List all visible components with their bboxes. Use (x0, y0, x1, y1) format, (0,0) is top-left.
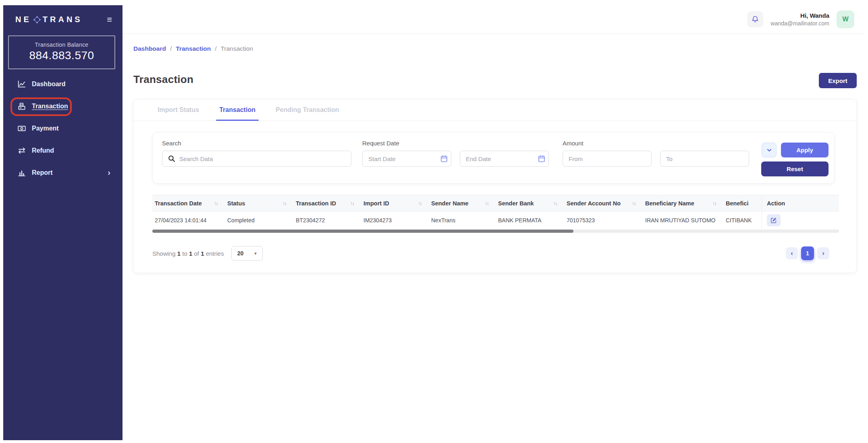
next-page-button[interactable]: › (817, 247, 829, 259)
col-action: Action (762, 195, 839, 211)
sidebar-item-dashboard[interactable]: Dashboard (3, 73, 123, 95)
breadcrumb-separator: / (215, 45, 216, 52)
end-date-input[interactable] (460, 151, 549, 167)
sidebar-menu: Dashboard Transaction Payment Refund (3, 73, 123, 184)
tab-transaction[interactable]: Transaction (211, 99, 264, 120)
caret-down-icon: ▾ (254, 251, 257, 256)
amount-from-input[interactable] (563, 151, 652, 167)
table-row: 27/04/2023 14:01:44 Completed BT2304272 … (152, 211, 839, 229)
col-transaction-id: Transaction ID↑↓ (293, 195, 361, 211)
sidebar-item-transaction[interactable]: Transaction (3, 95, 123, 117)
balance-label: Transaction Balance (9, 41, 114, 48)
banknote-icon (17, 124, 26, 133)
edit-row-button[interactable] (767, 214, 781, 226)
start-date-input[interactable] (362, 151, 451, 167)
search-icon (168, 155, 176, 163)
chevron-right-icon: › (108, 168, 110, 177)
col-import-id: Import ID↑↓ (361, 195, 429, 211)
page-size-select[interactable]: 20 ▾ (231, 246, 263, 261)
hamburger-menu-icon[interactable]: ≡ (107, 15, 112, 24)
tab-pending-transaction[interactable]: Pending Transaction (268, 99, 347, 120)
sort-icon[interactable]: ↑↓ (282, 200, 291, 206)
sidebar: NE TRANS ≡ Transaction Balance 884.883.5… (3, 5, 123, 440)
entries-summary: Showing 1 to 1 of 1 entries (152, 250, 224, 257)
sidebar-item-report[interactable]: Report › (3, 161, 123, 184)
user-greeting: Hi, Wanda (770, 12, 829, 20)
sidebar-item-payment[interactable]: Payment (3, 117, 123, 139)
sidebar-item-label: Refund (32, 147, 54, 154)
table-footer: Showing 1 to 1 of 1 entries 20 ▾ ‹ 1 › (152, 244, 839, 262)
breadcrumb: Dashboard / Transaction / Transaction (133, 45, 253, 52)
sort-icon[interactable]: ↑↓ (350, 200, 359, 206)
cell-status: Completed (225, 211, 293, 229)
cell-transaction-date: 27/04/2023 14:01:44 (152, 211, 225, 229)
cell-beneficiary-name: IRAN MRUTIYAD SUTOMO (643, 211, 723, 229)
search-input[interactable] (162, 151, 351, 167)
col-sender-bank: Sender Bank↑↓ (496, 195, 564, 211)
cell-transaction-id: BT2304272 (293, 211, 361, 229)
cell-sender-account-no: 701075323 (564, 211, 643, 229)
reset-button[interactable]: Reset (761, 161, 829, 176)
logo-text-suffix: TRANS (43, 15, 83, 24)
col-status: Status↑↓ (225, 195, 293, 211)
amount-to-input[interactable] (660, 151, 749, 167)
balance-value: 884.883.570 (9, 49, 114, 62)
col-sender-account-no: Sender Account No↑↓ (564, 195, 643, 211)
cell-import-id: IM2304273 (361, 211, 429, 229)
breadcrumb-separator: / (170, 45, 172, 52)
bell-icon (751, 15, 759, 23)
apply-button[interactable]: Apply (781, 143, 829, 157)
filter-panel: Search Request Date Amount (152, 132, 835, 184)
topbar: Hi, Wanda wanda@mailinator.com W (123, 5, 865, 33)
expand-filters-button[interactable] (762, 143, 777, 157)
chevron-down-icon (766, 147, 772, 153)
transaction-card: Import Status Transaction Pending Transa… (133, 99, 857, 273)
swap-arrows-icon (17, 146, 26, 155)
sidebar-item-refund[interactable]: Refund (3, 139, 123, 161)
chart-line-icon (17, 80, 26, 89)
export-button[interactable]: Export (819, 73, 857, 88)
page-size-value: 20 (237, 250, 244, 257)
logo-star-icon (33, 15, 42, 24)
cell-sender-bank: BANK PERMATA (496, 211, 564, 229)
avatar[interactable]: W (837, 10, 854, 28)
sort-icon[interactable]: ↑↓ (553, 200, 562, 206)
app-root: NE TRANS ≡ Transaction Balance 884.883.5… (0, 0, 868, 443)
col-beneficiary-bank-truncated: Benefici (723, 195, 762, 211)
bar-chart-icon (17, 168, 26, 177)
page-title: Transaction (133, 73, 193, 86)
col-transaction-date: Transaction Date↑↓ (152, 195, 225, 211)
sort-icon[interactable]: ↑↓ (632, 200, 640, 206)
table-header-row: Transaction Date↑↓ Status↑↓ Transaction … (152, 195, 839, 211)
cash-register-icon (17, 102, 26, 111)
sort-icon[interactable]: ↑↓ (418, 200, 426, 206)
sort-icon[interactable]: ↑↓ (214, 200, 222, 206)
sort-icon[interactable]: ↑↓ (485, 200, 493, 206)
sort-icon[interactable]: ↑↓ (712, 200, 721, 206)
pagination: ‹ 1 › (786, 246, 829, 260)
breadcrumb-dashboard[interactable]: Dashboard (133, 45, 166, 52)
search-label: Search (162, 140, 181, 147)
tab-import-status[interactable]: Import Status (150, 99, 207, 120)
horizontal-scrollbar[interactable] (152, 230, 839, 233)
sidebar-item-label: Payment (32, 125, 59, 132)
amount-label: Amount (563, 140, 584, 147)
sidebar-item-label: Dashboard (32, 81, 66, 88)
notifications-button[interactable] (747, 11, 763, 27)
transaction-balance-card: Transaction Balance 884.883.570 (8, 35, 115, 69)
col-sender-name: Sender Name↑↓ (429, 195, 496, 211)
search-field-wrap (162, 151, 351, 167)
user-info[interactable]: Hi, Wanda wanda@mailinator.com (770, 12, 829, 27)
page-1-button[interactable]: 1 (801, 246, 814, 260)
request-date-label: Request Date (362, 140, 399, 147)
logo-text-prefix: NE (15, 15, 31, 24)
prev-page-button[interactable]: ‹ (786, 247, 798, 259)
cell-sender-name: NexTrans (429, 211, 496, 229)
breadcrumb-transaction[interactable]: Transaction (176, 45, 211, 52)
breadcrumb-current: Transaction (221, 45, 253, 52)
scrollbar-thumb[interactable] (152, 230, 573, 233)
transaction-table: Transaction Date↑↓ Status↑↓ Transaction … (152, 195, 839, 233)
edit-icon (770, 217, 777, 224)
user-email: wanda@mailinator.com (770, 20, 829, 27)
cell-beneficiary-bank: CITIBANK (723, 211, 762, 229)
